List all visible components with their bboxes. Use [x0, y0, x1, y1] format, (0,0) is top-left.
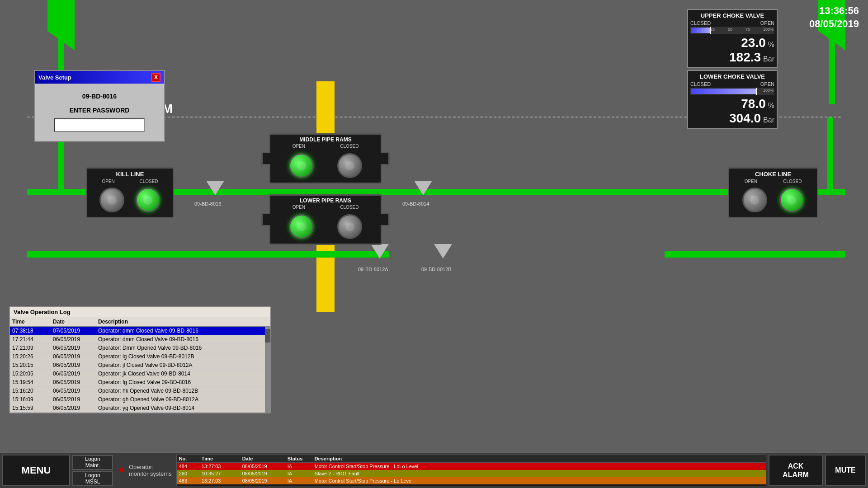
upper-choke-percent-value: 23.0 — [741, 36, 766, 50]
lower-pipe-rams: LOWER PIPE RAMS OPEN CLOSED — [269, 194, 382, 245]
upper-choke-bar-row: 182.3 Bar — [690, 50, 774, 65]
clock-display: 13:36:56 08/05/2019 — [809, 5, 859, 30]
main-area: EM 09-BD-8016 09-BD-8014 09-BD-8012A 09-… — [0, 0, 868, 452]
alarm-col-no: No. — [179, 456, 202, 461]
operator-info: ✕ Operator: monitor systems — [115, 461, 174, 479]
log-row[interactable]: 15:16:2006/05/2019Operator: hk Opened Va… — [10, 387, 270, 395]
upper-choke-open-label: OPEN — [760, 20, 774, 26]
dialog-password-prompt: ENTER PASSWORD — [44, 107, 155, 114]
alarm-col-date: Date — [242, 456, 288, 461]
log-scrollbar-thumb[interactable] — [265, 329, 270, 343]
kill-line-panel: KILL LINE OPEN CLOSED — [86, 167, 174, 218]
choke-line-closed-label: CLOSED — [783, 179, 802, 184]
valve-label-8016: 09-BD-8016 — [194, 201, 221, 206]
choke-line-open-button[interactable] — [742, 188, 767, 212]
alarm-header: No. Time Date Status Description — [177, 455, 766, 463]
log-rows: 07:38:1807/05/2019Operator: dmm Closed V… — [10, 327, 270, 413]
middle-rams-open-button[interactable] — [289, 153, 314, 178]
middle-rams-close-button[interactable] — [337, 153, 362, 178]
upper-choke-percent-unit: % — [768, 41, 774, 49]
middle-rams-closed-label: CLOSED — [340, 144, 359, 149]
kill-line-close-button[interactable] — [136, 188, 160, 212]
dialog-device-id: 09-BD-8016 — [44, 93, 155, 100]
lower-rams-close-button[interactable] — [337, 214, 362, 239]
alarm-col-time: Time — [202, 456, 242, 461]
log-header: Time Date Description — [10, 317, 270, 327]
upper-choke-valve-panel[interactable]: UPPER CHOKE VALVE CLOSED OPEN 0%25507510… — [687, 9, 778, 68]
log-row[interactable]: 15:15:5906/05/2019Operator: yg Opened Va… — [10, 404, 270, 413]
lower-choke-open-label: OPEN — [760, 81, 774, 87]
operator-name: monitor systems — [129, 470, 172, 477]
log-row[interactable]: 15:16:0906/05/2019Operator: gh Opened Va… — [10, 395, 270, 404]
middle-rams-open-label: OPEN — [292, 144, 305, 149]
lower-rams-title: LOWER PIPE RAMS — [270, 196, 381, 205]
vertical-pipe-lower — [316, 258, 335, 312]
logon-maint-button[interactable]: LogonMaint. — [72, 455, 113, 470]
lower-choke-percent-unit: % — [768, 102, 774, 110]
middle-rams-controls — [270, 151, 381, 183]
alarm-row[interactable]: 26010:35:2708/05/2019IASlave 2 - RIO1 Fa… — [177, 470, 766, 477]
valve-label-8012b: 09-BD-8012B — [421, 267, 452, 272]
log-row[interactable]: 17:21:0906/05/2019Operator: Dmm Opened V… — [10, 344, 270, 352]
valve-label-8012a: 09-BD-8012A — [358, 267, 388, 272]
upper-choke-closed-label: CLOSED — [690, 20, 711, 26]
ack-alarm-button[interactable]: ACKALARM — [769, 455, 823, 486]
valve-label-8014: 09-BD-8014 — [402, 201, 429, 206]
log-row[interactable]: 17:21:4406/05/2019Operator: dmm Closed V… — [10, 335, 270, 344]
clock-time: 13:36:56 — [809, 5, 859, 18]
dialog-title: Valve Setup — [38, 74, 71, 81]
log-row[interactable]: 07:38:1807/05/2019Operator: dmm Closed V… — [10, 327, 270, 335]
choke-line-open-label: OPEN — [745, 179, 757, 184]
upper-choke-bar: 0%255075100% — [690, 27, 774, 34]
alarm-panel: No. Time Date Status Description 48413:2… — [176, 455, 766, 486]
log-row[interactable]: 15:20:2606/05/2019Operator: lg Closed Va… — [10, 352, 270, 361]
lower-rams-closed-label: CLOSED — [340, 205, 359, 210]
logon-group: LogonMaint. LogonMSSL — [72, 455, 113, 486]
operator-text: Operator: monitor systems — [129, 464, 172, 477]
operator-x-icon: ✕ — [118, 465, 125, 476]
log-col-time: Time — [12, 319, 53, 325]
lower-choke-closed-label: CLOSED — [690, 81, 711, 87]
choke-line-title: CHOKE LINE — [731, 171, 815, 178]
lower-rams-open-button[interactable] — [289, 214, 314, 239]
kill-line-open-button[interactable] — [99, 188, 124, 212]
log-row[interactable]: 15:20:0506/05/2019Operator: jk Closed Va… — [10, 370, 270, 378]
lower-choke-bar-unit: Bar — [763, 116, 774, 124]
valve-triangle-8012b[interactable] — [434, 244, 452, 258]
choke-line-close-button[interactable] — [779, 188, 804, 212]
h-pipe-lower-left — [27, 251, 389, 258]
middle-rams-title: MIDDLE PIPE RAMS — [270, 135, 381, 144]
valve-triangle-8014[interactable] — [414, 181, 432, 195]
log-scrollbar[interactable] — [265, 327, 270, 413]
dialog-body: 09-BD-8016 ENTER PASSWORD — [35, 84, 164, 141]
v-pipe-right — [827, 117, 833, 192]
log-col-date: Date — [53, 319, 98, 325]
operator-label: Operator: — [129, 464, 172, 470]
lower-choke-valve-panel[interactable]: LOWER CHOKE VALVE CLOSED OPEN 0%25507510… — [687, 70, 778, 129]
choke-line-panel: CHOKE LINE OPEN CLOSED — [728, 167, 818, 218]
alarm-row[interactable]: 48313:27:0308/05/2019IAMotor Control Sta… — [177, 477, 766, 484]
log-row[interactable]: 15:20:1506/05/2019Operator: jl Closed Va… — [10, 361, 270, 370]
lower-choke-bar-value: 304.0 — [729, 111, 761, 126]
valve-operation-log: Valve Operation Log Time Date Descriptio… — [9, 306, 271, 413]
middle-rams-closed-btn-group — [337, 153, 362, 178]
menu-button[interactable]: MENU — [2, 455, 70, 486]
log-row[interactable]: 15:19:5406/05/2019Operator: fg Closed Va… — [10, 378, 270, 387]
kill-line-title: KILL LINE — [90, 171, 170, 178]
lower-rams-controls — [270, 212, 381, 244]
lower-rams-open-label: OPEN — [292, 205, 305, 210]
clock-date: 08/05/2019 — [809, 18, 859, 31]
lower-choke-bar: 0%255075100% — [690, 88, 774, 95]
middle-pipe-rams: MIDDLE PIPE RAMS OPEN CLOSED — [269, 133, 382, 184]
dialog-close-button[interactable]: X — [151, 73, 160, 82]
log-title: Valve Operation Log — [10, 307, 270, 317]
valve-triangle-8012a[interactable] — [371, 244, 389, 258]
logon-mssl-button[interactable]: LogonMSSL — [72, 471, 113, 486]
upper-choke-title: UPPER CHOKE VALVE — [690, 12, 774, 19]
alarm-row[interactable]: 48413:27:0308/05/2019IAMotor Control Sta… — [177, 463, 766, 470]
kill-line-open-label: OPEN — [102, 179, 114, 184]
valve-triangle-8016[interactable] — [206, 181, 224, 195]
mute-button[interactable]: MUTE — [825, 455, 866, 486]
h-pipe-lower-right — [665, 251, 845, 258]
dialog-password-input[interactable] — [54, 118, 145, 132]
